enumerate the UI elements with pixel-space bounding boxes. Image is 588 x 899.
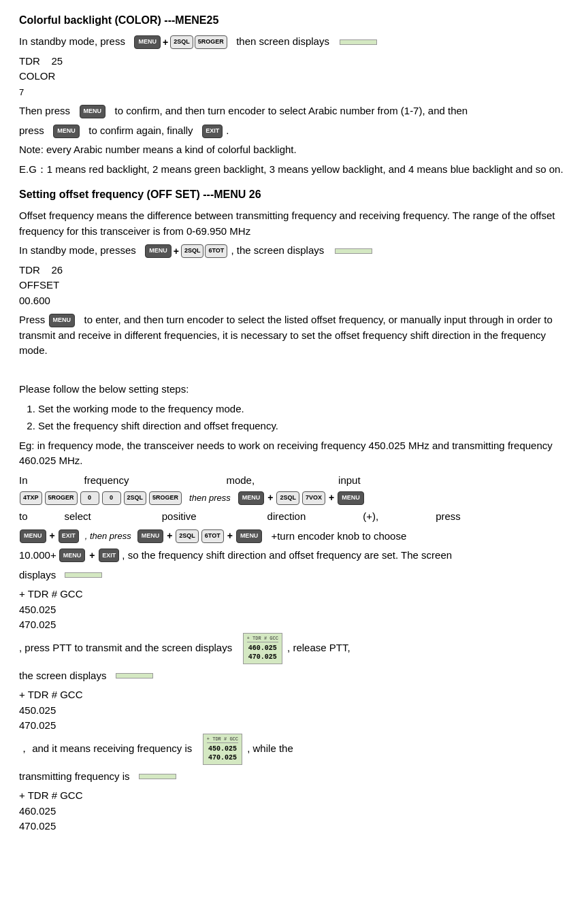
para3-s2-pre: Press: [19, 314, 45, 325]
select-direction-line: to select positive direction (+), press: [19, 509, 569, 525]
key-4txp[interactable]: 4TXP: [20, 491, 42, 505]
section2-para2: In standby mode, presses MENU + 2SQL 6TO…: [19, 243, 569, 259]
lcd-freq1: [65, 572, 102, 578]
key-2sql-4[interactable]: 2SQL: [276, 491, 299, 505]
mode-text: mode,: [226, 473, 255, 489]
plus-1: +: [163, 35, 168, 50]
section1-para2: Then press MENU to confirm, and then tur…: [19, 103, 569, 119]
menu-button-9[interactable]: MENU: [137, 529, 164, 543]
menu-button-6[interactable]: MENU: [238, 491, 265, 505]
steps-list: Set the working mode to the frequency mo…: [38, 402, 569, 434]
menu-button-7[interactable]: MENU: [338, 491, 364, 505]
key-5roger-3[interactable]: 5ROGER: [149, 491, 182, 505]
para2-post-text: to confirm, and then turn encoder to sel…: [115, 105, 468, 116]
transmitting-line: transmitting frequency is: [19, 769, 569, 785]
then-press-text: then press: [189, 491, 231, 505]
the-screen-text: the screen displays: [19, 668, 106, 684]
section1-title: Colorful backlight (COLOR) ---MENE25: [19, 12, 569, 29]
plus-3: +: [267, 491, 273, 505]
key-5roger-2[interactable]: 5ROGER: [45, 491, 78, 505]
positive-text: positive: [162, 509, 197, 525]
turn-encoder-text: +turn encoder knob to choose: [271, 529, 406, 544]
menu-button-8[interactable]: MENU: [20, 529, 46, 543]
displays-text: displays: [19, 568, 56, 583]
key-2sql-2[interactable]: 2SQL: [181, 244, 204, 258]
exit-button-3[interactable]: EXIT: [99, 549, 119, 562]
para3-end-text: .: [226, 125, 229, 136]
section-offset-freq: Setting offset frequency (OFF SET) ---ME…: [19, 186, 569, 834]
section2-title: Setting offset frequency (OFF SET) ---ME…: [19, 186, 569, 203]
menu-button-11[interactable]: MENU: [59, 549, 86, 562]
then-press-text2: , then press: [85, 529, 131, 543]
step-2: Set the frequency shift direction and of…: [38, 419, 569, 434]
lcd-freq1-top: + TDR # GCC: [19, 587, 569, 602]
key-7vox[interactable]: 7VOX: [302, 491, 325, 505]
note2: E.G：1 means red backlight, 2 means green…: [19, 162, 569, 178]
lcd-freq3: [116, 673, 153, 679]
so-the-text: , so the frequency shift direction and o…: [122, 548, 452, 563]
button-group-2: MENU + 2SQL 6TOT: [144, 244, 228, 259]
menu-button-10[interactable]: MENU: [236, 529, 263, 543]
to-text: to: [19, 509, 28, 525]
eg-line1: Eg: in frequency mode, the transceiver n…: [19, 438, 569, 469]
in-freq-line: In frequency mode, input: [19, 473, 569, 489]
lcd-color-top: TDR 25: [19, 54, 569, 69]
lcd-color-main: COLOR7: [19, 69, 569, 99]
key-2sql-1[interactable]: 2SQL: [170, 35, 193, 49]
para2-s2-post: , the screen displays: [231, 244, 325, 256]
lcd-freq2: + TDR # GCC 460.025470.025: [243, 633, 282, 664]
val10-text: 10.000+: [19, 548, 56, 563]
button-seq-line: 4TXP 5ROGER 0 0 2SQL 5ROGER then press M…: [19, 491, 569, 505]
note1: Note: every Arabic number means a kind o…: [19, 142, 569, 158]
para1-pre-text: In standby mode, press: [19, 35, 125, 47]
key-5roger-1[interactable]: 5ROGER: [195, 35, 227, 49]
key-0b[interactable]: 0: [102, 491, 121, 505]
menu-button-4[interactable]: MENU: [145, 244, 172, 258]
spacer-1: [19, 363, 569, 378]
val10-line: 10.000+ MENU + EXIT , so the frequency s…: [19, 548, 569, 563]
press-seq-line: MENU + EXIT , then press MENU + 2SQL 6TO…: [19, 529, 569, 544]
section2-steps-intro: Please follow the below setting steps:: [19, 382, 569, 397]
plus-2: +: [174, 244, 179, 259]
exit-button-1[interactable]: EXIT: [202, 125, 223, 138]
input-text: input: [338, 473, 361, 489]
menu-button-3[interactable]: MENU: [53, 125, 80, 138]
plus-8: +: [89, 549, 95, 563]
para3-mid-text: to confirm again, finally: [88, 125, 193, 136]
button-group-1: MENU + 2SQL 5ROGER: [133, 35, 227, 50]
frequency-text: frequency: [84, 473, 129, 489]
key-0a[interactable]: 0: [80, 491, 99, 505]
plus-4: +: [329, 491, 334, 505]
in-text: In: [19, 473, 28, 489]
key-2sql-3[interactable]: 2SQL: [124, 491, 147, 505]
lcd-color-display: [340, 39, 377, 45]
key-2sql-5[interactable]: 2SQL: [176, 529, 199, 543]
plus-7: +: [227, 529, 233, 543]
para3-s2-post: to enter, and then turn encoder to selec…: [19, 314, 553, 356]
lcd-freq4-main: 450.025470.025: [207, 745, 238, 762]
lcd-freq3-top: + TDR # GCC: [19, 687, 569, 703]
while-the-text: , while the: [247, 742, 293, 754]
and-it-text: ， and it means receiving frequency is: [19, 742, 192, 754]
key-6tot-1[interactable]: 6TOT: [205, 244, 227, 258]
select-text: select: [65, 509, 91, 525]
menu-button-2[interactable]: MENU: [80, 105, 106, 118]
para2-pre-text: Then press: [19, 105, 70, 116]
section1-para3: press MENU to confirm again, finally EXI…: [19, 123, 569, 139]
section-color-backlight: Colorful backlight (COLOR) ---MENE25 In …: [19, 12, 569, 177]
lcd-offset-top: TDR 26: [19, 263, 569, 278]
menu-button-1[interactable]: MENU: [134, 35, 161, 49]
plus-dir-text: (+),: [363, 509, 378, 525]
menu-button-5[interactable]: MENU: [49, 314, 76, 327]
key-6tot-2[interactable]: 6TOT: [201, 529, 224, 543]
release-ptt-text: , release PTT,: [287, 642, 350, 653]
plus-6: +: [167, 529, 172, 543]
lcd-freq1-main: 450.025470.025: [19, 602, 569, 633]
lcd-freq5-main: 460.025470.025: [19, 804, 569, 834]
para2-s2-pre: In standby mode, presses: [19, 244, 136, 256]
displays-line: displays: [19, 568, 569, 583]
para3-pre-text: press: [19, 125, 44, 136]
section1-para1: In standby mode, press MENU + 2SQL 5ROGE…: [19, 34, 569, 50]
section2-para3: Press MENU to enter, and then turn encod…: [19, 312, 569, 359]
exit-button-2[interactable]: EXIT: [59, 529, 79, 543]
